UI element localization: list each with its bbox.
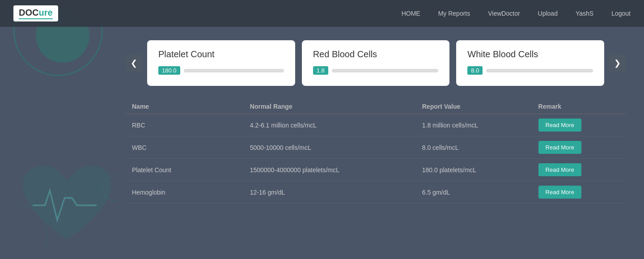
- main-content: ❮ Platelet Count 180.0 Red Blood Cells 1…: [0, 27, 644, 216]
- read-more-button-hemoglobin-row[interactable]: Read More: [538, 186, 581, 199]
- nav-link-view-doctor[interactable]: ViewDoctor: [488, 10, 520, 17]
- logo: DOCure: [13, 5, 58, 21]
- rbc-card: Red Blood Cells 1.8: [302, 40, 450, 86]
- wbc-bar: [486, 69, 593, 72]
- nav-item-view-doctor[interactable]: ViewDoctor: [488, 9, 520, 17]
- cell-value-platelet-row: 180.0 platelets/mcL: [415, 159, 532, 181]
- table-row: Hemoglobin12-16 gm/dL6.5 gm/dLRead More: [125, 181, 626, 204]
- cell-value-rcd-row: 10.0 g/dL: [415, 204, 532, 207]
- col-report-value: Report Value: [415, 99, 532, 114]
- platelet-card: Platelet Count 180.0: [147, 40, 295, 86]
- cell-value-wbc-row: 8.0 cells/mcL: [415, 136, 532, 159]
- nav-link-username: YashS: [576, 10, 593, 17]
- cell-name-rbc-row: RBC: [125, 114, 243, 136]
- col-normal-range: Normal Range: [243, 99, 415, 114]
- carousel-cards: Platelet Count 180.0 Red Blood Cells 1.8…: [147, 40, 604, 86]
- cell-range-wbc-row: 5000-10000 cells/mcL: [243, 136, 415, 159]
- read-more-button-rbc-row[interactable]: Read More: [538, 119, 581, 132]
- nav-item-upload[interactable]: Upload: [538, 9, 558, 17]
- nav-link-home[interactable]: HOME: [402, 10, 420, 17]
- table-row: WBC5000-10000 cells/mcL8.0 cells/mcLRead…: [125, 136, 626, 159]
- carousel: ❮ Platelet Count 180.0 Red Blood Cells 1…: [125, 40, 644, 86]
- table-wrapper[interactable]: Name Normal Range Report Value Remark RB…: [125, 99, 626, 207]
- table-row: Red Cell Distribution11.0-14.0 g/dL10.0 …: [125, 204, 626, 207]
- cell-range-rcd-row: 11.0-14.0 g/dL: [243, 204, 415, 207]
- table-row: RBC4.2-6.1 million cells/mcL1.8 million …: [125, 114, 626, 136]
- platelet-value-badge: 180.0: [158, 66, 180, 75]
- navbar: DOCure HOME My Reports ViewDoctor Upload…: [0, 0, 644, 27]
- carousel-prev-button[interactable]: ❮: [125, 55, 143, 72]
- wbc-bar-container: 8.0: [467, 66, 593, 75]
- cell-name-rcd-row: Red Cell Distribution: [125, 204, 243, 207]
- cell-range-platelet-row: 1500000-4000000 platelets/mcL: [243, 159, 415, 181]
- nav-item-username: YashS: [576, 9, 593, 17]
- nav-link-upload[interactable]: Upload: [538, 10, 558, 17]
- table-row: Platelet Count1500000-4000000 platelets/…: [125, 159, 626, 181]
- cell-value-rbc-row: 1.8 million cells/mcL: [415, 114, 532, 136]
- cell-name-hemoglobin-row: Hemoglobin: [125, 181, 243, 204]
- platelet-bar-container: 180.0: [158, 66, 284, 75]
- logo-cure: ure: [38, 8, 52, 17]
- read-more-button-platelet-row[interactable]: Read More: [538, 163, 581, 176]
- logo-doc: DOC: [19, 8, 38, 17]
- cell-name-platelet-row: Platelet Count: [125, 159, 243, 181]
- wbc-card: White Blood Cells 8.0: [456, 40, 604, 86]
- wbc-value-badge: 8.0: [467, 66, 483, 75]
- cell-remark-wbc-row[interactable]: Read More: [532, 136, 626, 159]
- cell-name-wbc-row: WBC: [125, 136, 243, 159]
- results-table: Name Normal Range Report Value Remark RB…: [125, 99, 626, 207]
- col-name: Name: [125, 99, 243, 114]
- logo-underline: [19, 18, 53, 19]
- rbc-value-badge: 1.8: [313, 66, 328, 75]
- nav-link-my-reports[interactable]: My Reports: [438, 10, 470, 17]
- platelet-card-title: Platelet Count: [158, 49, 284, 59]
- cell-value-hemoglobin-row: 6.5 gm/dL: [415, 181, 532, 204]
- wbc-card-title: White Blood Cells: [467, 49, 593, 59]
- nav-item-my-reports[interactable]: My Reports: [438, 9, 470, 17]
- cell-remark-rbc-row[interactable]: Read More: [532, 114, 626, 136]
- col-remark: Remark: [532, 99, 626, 114]
- cell-remark-rcd-row[interactable]: Read More: [532, 204, 626, 207]
- table-section: Name Normal Range Report Value Remark RB…: [125, 99, 644, 207]
- nav-item-logout[interactable]: Logout: [611, 9, 631, 17]
- rbc-bar: [332, 69, 439, 72]
- read-more-button-wbc-row[interactable]: Read More: [538, 141, 581, 154]
- cell-remark-platelet-row[interactable]: Read More: [532, 159, 626, 181]
- carousel-next-button[interactable]: ❯: [609, 55, 626, 72]
- table-header-row: Name Normal Range Report Value Remark: [125, 99, 626, 114]
- rbc-bar-container: 1.8: [313, 66, 439, 75]
- cell-remark-hemoglobin-row[interactable]: Read More: [532, 181, 626, 204]
- nav-links: HOME My Reports ViewDoctor Upload YashS …: [402, 9, 631, 17]
- nav-link-logout[interactable]: Logout: [611, 10, 631, 17]
- rbc-card-title: Red Blood Cells: [313, 49, 439, 59]
- platelet-bar: [184, 69, 284, 72]
- cell-range-rbc-row: 4.2-6.1 million cells/mcL: [243, 114, 415, 136]
- cell-range-hemoglobin-row: 12-16 gm/dL: [243, 181, 415, 204]
- nav-item-home[interactable]: HOME: [402, 9, 420, 17]
